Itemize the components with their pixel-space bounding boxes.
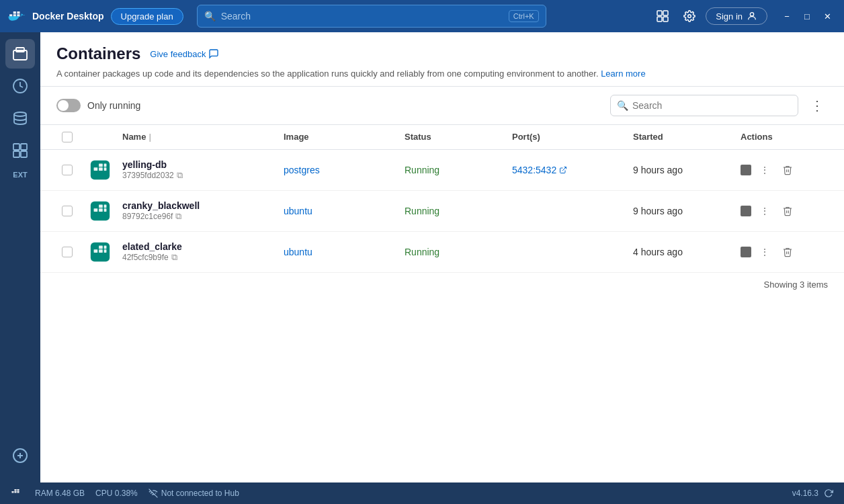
row-checkbox-1[interactable] [56,157,83,183]
row-started-2: 9 hours ago [628,198,735,224]
svg-rect-6 [663,11,668,15]
svg-rect-4 [17,11,19,14]
svg-point-13 [14,112,26,116]
sidebar-item-add[interactable] [5,441,35,470]
port-link-1[interactable]: 5432:5432 [512,165,567,175]
select-all-checkbox[interactable] [62,132,73,142]
more-row-options-2[interactable]: ⋮ [755,202,774,220]
content-area: Containers Give feedback A container pac… [40,32,844,482]
ext-label[interactable]: EXT [13,171,27,179]
titlebar: Docker Desktop Upgrade plan 🔍 Search Ctr… [0,0,844,32]
settings-button[interactable] [679,5,700,27]
stop-button-3[interactable] [741,247,751,257]
svg-rect-23 [99,167,103,171]
svg-rect-31 [104,208,107,212]
row-actions-1: ⋮ [735,153,802,187]
row-1-checkbox[interactable] [62,165,73,175]
stop-button-2[interactable] [741,206,751,216]
sidebar-item-images[interactable] [5,71,35,101]
table-header: Name | Image Status Port(s) Started Acti… [40,125,844,150]
svg-rect-35 [94,249,98,253]
only-running-toggle[interactable] [56,99,81,112]
row-name-1: yelling-db 37395fdd2032 ⧉ [117,151,278,189]
row-2-checkbox[interactable] [62,206,73,216]
maximize-button[interactable]: □ [798,7,816,25]
toolbar: Only running 🔍 ⋮ [40,87,844,125]
table-row[interactable]: elated_clarke 42f5cfc9b9fe ⧉ ubuntu Runn… [40,232,844,273]
learn-more-link[interactable]: Learn more [601,69,645,79]
copy-id-1[interactable]: ⧉ [177,170,183,181]
copy-id-2[interactable]: ⧉ [175,211,181,222]
sidebar: EXT [0,32,40,482]
row-icon-3 [83,232,117,272]
table-search-input[interactable] [610,95,798,116]
row-image-1: postgres [278,157,399,183]
row-started-3: 4 hours ago [628,239,735,265]
cpu-label: CPU 0.38% [95,489,138,498]
global-search-bar[interactable]: 🔍 Search Ctrl+K [197,5,546,28]
image-link-1[interactable]: postgres [284,165,320,175]
row-ports-3 [507,244,628,260]
svg-rect-29 [94,208,98,212]
more-row-options-3[interactable]: ⋮ [755,243,774,261]
table-row[interactable]: cranky_blackwell 89792c1ce96f ⧉ ubuntu R… [40,191,844,232]
svg-rect-0 [9,14,12,17]
minimize-button[interactable]: − [778,7,796,25]
upgrade-button[interactable]: Upgrade plan [111,8,183,25]
copy-id-3[interactable]: ⧉ [171,252,177,263]
image-link-3[interactable]: ubuntu [284,247,312,257]
search-shortcut: Ctrl+K [509,10,539,22]
volumes-icon [12,110,28,126]
row-checkbox-3[interactable] [56,239,83,265]
only-running-label: Only running [87,100,140,111]
give-feedback-link[interactable]: Give feedback [150,48,219,59]
docker-footer-icon [11,487,24,500]
search-icon: 🔍 [204,11,216,22]
row-actions-group-1: ⋮ [741,161,797,179]
row-started-1: 9 hours ago [628,157,735,183]
th-image: Image [278,125,399,149]
ram-label: RAM 6.48 GB [35,489,85,498]
table-search-wrapper: 🔍 [610,95,798,116]
svg-rect-25 [99,163,103,167]
sidebar-item-extensions[interactable] [5,136,35,165]
page-title: Containers [56,44,140,63]
feedback-icon [208,48,219,59]
container-name-2: cranky_blackwell [122,200,200,211]
page-title-row: Containers Give feedback [56,44,828,63]
more-options-button[interactable]: ⋮ [806,95,828,116]
sign-in-button[interactable]: Sign in [706,7,767,25]
external-link-icon-1 [559,166,567,174]
svg-rect-16 [13,151,19,157]
row-3-checkbox[interactable] [62,247,73,257]
trash-icon-3 [782,247,793,257]
delete-button-1[interactable] [778,161,797,179]
hub-connection-status: Not connected to Hub [149,489,239,498]
th-status: Status [399,125,507,149]
svg-rect-8 [663,17,668,22]
row-checkbox-2[interactable] [56,198,83,224]
svg-rect-24 [104,167,107,171]
svg-point-9 [688,15,691,18]
titlebar-actions: Sign in − □ ✕ [652,5,836,27]
container-status-icon-2 [89,199,112,223]
container-id-3: 42f5cfc9b9fe ⧉ [122,252,182,263]
delete-button-3[interactable] [778,243,797,261]
sidebar-item-volumes[interactable] [5,103,35,133]
extensions-icon [657,10,669,22]
svg-rect-42 [17,491,19,493]
table-row[interactable]: yelling-db 37395fdd2032 ⧉ postgres Runni… [40,150,844,191]
extensions-icon-btn[interactable] [652,5,673,27]
svg-rect-39 [104,245,107,249]
delete-button-2[interactable] [778,202,797,220]
image-link-2[interactable]: ubuntu [284,206,312,216]
stop-button-1[interactable] [741,165,751,175]
main-layout: EXT Containers Give feedback [0,32,844,482]
close-button[interactable]: ✕ [818,7,836,25]
container-status-icon-3 [89,240,112,264]
more-row-options-1[interactable]: ⋮ [755,161,774,179]
sidebar-item-containers[interactable] [5,39,35,69]
page-header: Containers Give feedback A container pac… [40,32,844,87]
th-started-label: Started [633,132,663,142]
version-label: v4.16.3 [792,489,818,498]
